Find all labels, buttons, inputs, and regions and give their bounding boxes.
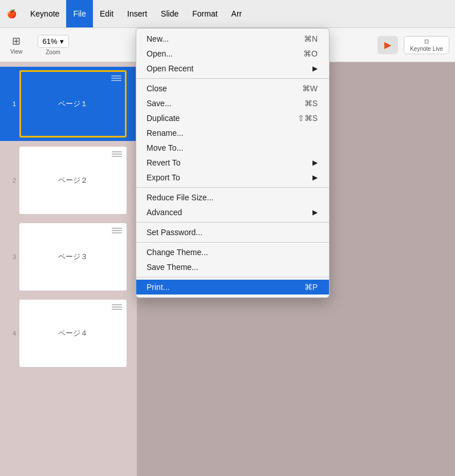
view-label: View bbox=[10, 49, 23, 55]
menubar-arrange[interactable]: Arr bbox=[225, 0, 249, 27]
menu-shortcut: ⌘O bbox=[303, 49, 318, 58]
keynote-live-label: Keynote Live bbox=[410, 46, 443, 52]
menubar: 🍎 Keynote File Edit Insert Slide Format … bbox=[0, 0, 455, 28]
menu-shortcut: ⌘W bbox=[302, 84, 318, 93]
menu-separator bbox=[136, 78, 329, 79]
menu-separator bbox=[136, 222, 329, 223]
play-button[interactable]: ▶ bbox=[377, 36, 398, 54]
menu-item-label: Reduce File Size... bbox=[147, 193, 214, 202]
keynote-live-button[interactable]: ⊡ Keynote Live bbox=[404, 36, 449, 54]
menu-item-change-theme[interactable]: Change Theme... bbox=[136, 245, 329, 260]
menu-item-open-recent[interactable]: Open Recent ▶ bbox=[136, 61, 329, 76]
slide-label: ページ４ bbox=[58, 328, 88, 338]
menu-item-label: Save Theme... bbox=[147, 263, 198, 272]
menu-item-label: Move To... bbox=[147, 143, 183, 152]
menu-item-export-to[interactable]: Export To ▶ bbox=[136, 170, 329, 185]
menubar-slide[interactable]: Slide bbox=[154, 0, 185, 27]
menu-item-label: Open... bbox=[147, 49, 173, 58]
menu-item-new[interactable]: New... ⌘N bbox=[136, 31, 329, 46]
slide-item[interactable]: 4 ページ４ bbox=[0, 296, 137, 370]
zoom-chevron-icon: ▾ bbox=[60, 37, 64, 46]
submenu-arrow-icon: ▶ bbox=[312, 159, 318, 167]
slide-label: ページ３ bbox=[58, 252, 88, 262]
menu-item-label: Save... bbox=[147, 99, 172, 108]
submenu-arrow-icon: ▶ bbox=[312, 208, 318, 216]
slide-thumbnail: ページ１ bbox=[19, 70, 127, 138]
menu-item-set-password[interactable]: Set Password... bbox=[136, 225, 329, 240]
menu-item-save[interactable]: Save... ⌘S bbox=[136, 96, 329, 111]
menu-item-label: Close bbox=[147, 84, 167, 93]
menu-item-label: Print... bbox=[147, 283, 169, 292]
slide-label: ページ１ bbox=[58, 99, 88, 109]
slide-number: 2 bbox=[0, 177, 16, 184]
menu-shortcut: ⌘P bbox=[304, 283, 318, 292]
menu-item-advanced[interactable]: Advanced ▶ bbox=[136, 205, 329, 220]
menu-item-open[interactable]: Open... ⌘O bbox=[136, 46, 329, 61]
menubar-insert[interactable]: Insert bbox=[120, 0, 154, 27]
view-icon: ⊞ bbox=[12, 35, 21, 47]
menu-item-revert-to[interactable]: Revert To ▶ bbox=[136, 155, 329, 170]
zoom-label: Zoom bbox=[46, 49, 60, 55]
menu-separator bbox=[136, 187, 329, 188]
menu-item-label: Revert To bbox=[147, 158, 181, 167]
submenu-arrow-icon: ▶ bbox=[312, 64, 318, 72]
menu-item-save-theme[interactable]: Save Theme... bbox=[136, 260, 329, 275]
menu-item-label: Advanced bbox=[147, 208, 182, 217]
slide-item[interactable]: 1 ページ１ bbox=[0, 67, 137, 141]
slide-thumbnail: ページ３ bbox=[19, 223, 127, 291]
slide-panel: 1 ページ１ 2 ページ２ 3 bbox=[0, 62, 137, 476]
slide-label: ページ２ bbox=[58, 175, 88, 185]
menu-item-label: New... bbox=[147, 34, 169, 43]
zoom-value: 61% bbox=[43, 37, 58, 46]
apple-menu[interactable]: 🍎 bbox=[0, 0, 23, 27]
slide-number: 3 bbox=[0, 253, 16, 260]
menu-item-duplicate[interactable]: Duplicate ⇧⌘S bbox=[136, 111, 329, 126]
menu-shortcut: ⇧⌘S bbox=[298, 114, 318, 123]
keynote-live-icon: ⊡ bbox=[424, 38, 429, 45]
menu-item-close[interactable]: Close ⌘W bbox=[136, 81, 329, 96]
submenu-arrow-icon: ▶ bbox=[312, 174, 318, 181]
apple-icon: 🍎 bbox=[7, 9, 17, 18]
menu-separator bbox=[136, 277, 329, 277]
menu-item-label: Change Theme... bbox=[147, 248, 208, 257]
slide-thumbnail: ページ２ bbox=[19, 147, 127, 214]
menu-item-print[interactable]: Print... ⌘P bbox=[136, 280, 329, 295]
menu-item-label: Open Recent bbox=[147, 64, 194, 73]
menubar-file[interactable]: File bbox=[66, 0, 93, 27]
menubar-edit[interactable]: Edit bbox=[93, 0, 120, 27]
slide-item[interactable]: 3 ページ３ bbox=[0, 220, 137, 294]
menu-separator bbox=[136, 242, 329, 243]
menu-shortcut: ⌘S bbox=[304, 99, 318, 108]
play-icon: ▶ bbox=[384, 39, 391, 50]
menu-item-rename[interactable]: Rename... bbox=[136, 126, 329, 140]
menu-item-label: Rename... bbox=[147, 128, 184, 138]
slide-number: 1 bbox=[0, 100, 16, 107]
slide-thumbnail: ページ４ bbox=[19, 300, 127, 367]
menu-shortcut: ⌘N bbox=[304, 34, 318, 43]
view-button[interactable]: ⊞ View bbox=[6, 33, 27, 57]
menubar-keynote[interactable]: Keynote bbox=[23, 0, 66, 27]
slide-item[interactable]: 2 ページ２ bbox=[0, 143, 137, 217]
menu-item-label: Export To bbox=[147, 173, 180, 182]
menu-item-move-to[interactable]: Move To... bbox=[136, 140, 329, 155]
menubar-format[interactable]: Format bbox=[185, 0, 224, 27]
menu-item-label: Duplicate bbox=[147, 114, 180, 123]
zoom-button[interactable]: 61% ▾ Zoom bbox=[33, 33, 74, 58]
slide-number: 4 bbox=[0, 330, 16, 337]
file-menu-dropdown: New... ⌘N Open... ⌘O Open Recent ▶ Close… bbox=[136, 28, 330, 298]
menu-item-reduce-file-size[interactable]: Reduce File Size... bbox=[136, 190, 329, 205]
menu-item-label: Set Password... bbox=[147, 228, 202, 237]
